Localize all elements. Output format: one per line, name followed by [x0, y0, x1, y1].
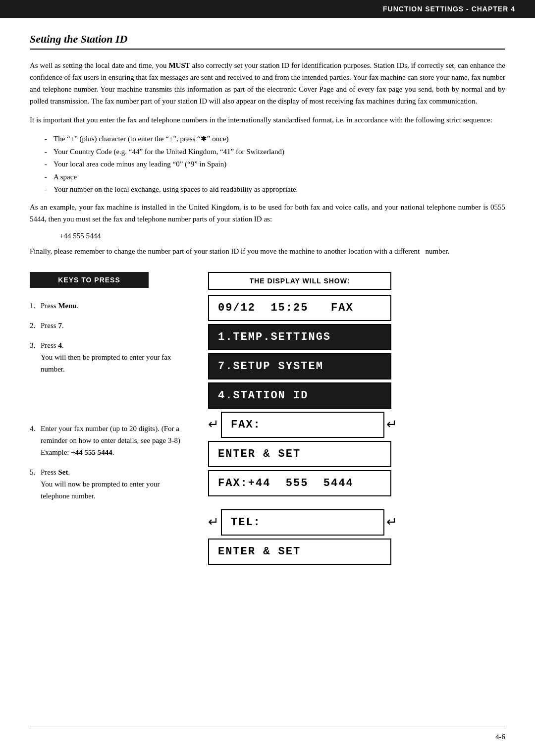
body-paragraph-1: As well as setting the local date and ti…: [30, 59, 505, 107]
arrow-right-icon: ↵: [386, 418, 397, 431]
lcd-display-8: TEL:: [221, 509, 384, 536]
step-4: 4. Enter your fax number (up to 20 digit…: [30, 423, 188, 458]
list-item: Your number on the local exchange, using…: [45, 183, 505, 196]
display-header-text: THE DISPLAY WILL SHOW:: [250, 277, 350, 285]
step-3-num: 3.: [30, 339, 35, 351]
display-header: THE DISPLAY WILL SHOW:: [208, 272, 391, 290]
step-spacer: [30, 383, 188, 423]
step-5: 5. Press Set. You will now be prompted t…: [30, 466, 188, 502]
lcd-display-8-row: ↵ TEL: ↵: [208, 509, 397, 536]
body-paragraph-3: As an example, your fax machine is insta…: [30, 201, 505, 225]
page-container: FUNCTION SETTINGS - CHAPTER 4 Setting th…: [0, 0, 535, 756]
list-item: Your Country Code (e.g. “44” for the Uni…: [45, 146, 505, 159]
dash-list: The “+” (plus) character (to enter the “…: [45, 133, 505, 196]
step-2-key: 7: [58, 322, 62, 329]
step-2-num: 2.: [30, 320, 35, 331]
two-column-layout: KEYS TO PRESS 1. Press Menu. 2. Press 7.: [30, 272, 505, 568]
step-5-key: Set: [58, 468, 68, 476]
header-bar: FUNCTION SETTINGS - CHAPTER 4: [0, 0, 535, 18]
step-4-num: 4.: [30, 423, 35, 434]
step-5-num: 5.: [30, 466, 35, 478]
step-4-example: +44 555 5444: [71, 448, 112, 456]
step-1-key: Menu: [58, 302, 77, 310]
lcd-display-3: 7.SETUP SYSTEM: [208, 353, 391, 379]
phone-example: +44 555 5444: [59, 232, 505, 240]
arrow-left-icon: ↵: [208, 418, 219, 431]
header-text: FUNCTION SETTINGS - CHAPTER 4: [383, 5, 515, 13]
arrow-left-icon-2: ↵: [208, 516, 219, 529]
lcd-display-5: FAX:: [221, 412, 384, 438]
step-1: 1. Press Menu.: [30, 300, 188, 312]
list-item: Your local area code minus any leading “…: [45, 158, 505, 171]
lcd-display-6: ENTER & SET: [208, 441, 391, 467]
footer-line: [30, 726, 505, 726]
list-item: A space: [45, 171, 505, 184]
lcd-display-7: FAX:+44 555 5444: [208, 470, 391, 496]
left-column: KEYS TO PRESS 1. Press Menu. 2. Press 7.: [30, 272, 198, 568]
steps-list: 1. Press Menu. 2. Press 7. 3. Press 4. Y…: [30, 300, 188, 502]
section-title: Setting the Station ID: [30, 33, 505, 50]
list-item: The “+” (plus) character (to enter the “…: [45, 133, 505, 146]
keys-to-press-header: KEYS TO PRESS: [30, 272, 149, 288]
lcd-display-5-row: ↵ FAX: ↵: [208, 412, 397, 438]
main-content: Setting the Station ID As well as settin…: [0, 18, 535, 588]
arrow-right-icon-2: ↵: [386, 516, 397, 529]
step-3: 3. Press 4. You will then be prompted to…: [30, 339, 188, 375]
lcd-display-1: 09/12 15:25 FAX: [208, 295, 391, 321]
footer-page-number: 4-6: [495, 733, 505, 741]
step-1-num: 1.: [30, 300, 35, 312]
lcd-display-9: ENTER & SET: [208, 539, 391, 565]
lcd-display-2: 1.TEMP.SETTINGS: [208, 324, 391, 350]
step-2: 2. Press 7.: [30, 320, 188, 331]
step-3-key: 4: [58, 341, 62, 349]
body-paragraph-2: It is important that you enter the fax a…: [30, 114, 505, 126]
lcd-display-4: 4.STATION ID: [208, 382, 391, 409]
step-3-sub: You will then be prompted to enter your …: [41, 353, 171, 373]
right-column: THE DISPLAY WILL SHOW: 09/12 15:25 FAX 1…: [198, 272, 505, 568]
step-5-sub: You will now be prompted to enter your t…: [41, 480, 160, 500]
body-paragraph-4: Finally, please remember to change the n…: [30, 245, 505, 257]
